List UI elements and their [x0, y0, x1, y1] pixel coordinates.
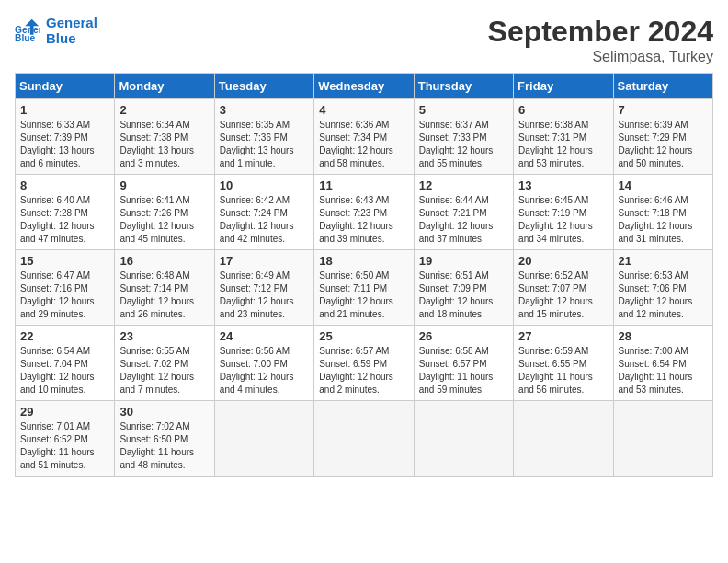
weekday-friday: Friday	[514, 74, 613, 99]
day-info: Sunrise: 6:55 AM Sunset: 7:02 PM Dayligh…	[119, 345, 209, 396]
day-info: Sunrise: 6:50 AM Sunset: 7:11 PM Dayligh…	[319, 270, 408, 321]
day-number: 1	[20, 103, 109, 117]
day-info: Sunrise: 6:53 AM Sunset: 7:06 PM Dayligh…	[619, 270, 708, 321]
day-number: 13	[518, 178, 608, 192]
calendar-cell: 11 Sunrise: 6:43 AM Sunset: 7:23 PM Dayl…	[314, 175, 414, 250]
day-number: 11	[319, 178, 408, 192]
day-number: 6	[518, 103, 608, 117]
day-number: 23	[119, 329, 209, 343]
day-info: Sunrise: 7:01 AM Sunset: 6:52 PM Dayligh…	[20, 420, 109, 472]
weekday-sunday: Sunday	[16, 74, 115, 99]
weekday-header-row: SundayMondayTuesdayWednesdayThursdayFrid…	[16, 74, 713, 99]
day-info: Sunrise: 6:46 AM Sunset: 7:18 PM Dayligh…	[619, 194, 708, 246]
day-number: 5	[419, 103, 508, 117]
calendar-cell: 24 Sunrise: 6:56 AM Sunset: 7:00 PM Dayl…	[214, 326, 313, 401]
logo-text: General Blue	[46, 15, 97, 47]
weekday-wednesday: Wednesday	[314, 74, 414, 99]
weekday-tuesday: Tuesday	[214, 74, 313, 99]
day-number: 12	[419, 178, 508, 192]
calendar-cell: 8 Sunrise: 6:40 AM Sunset: 7:28 PM Dayli…	[16, 175, 115, 250]
day-info: Sunrise: 6:54 AM Sunset: 7:04 PM Dayligh…	[20, 345, 109, 396]
calendar-cell: 23 Sunrise: 6:55 AM Sunset: 7:02 PM Dayl…	[115, 326, 214, 401]
day-number: 20	[518, 254, 608, 268]
calendar-cell: 6 Sunrise: 6:38 AM Sunset: 7:31 PM Dayli…	[514, 99, 613, 175]
calendar-table: SundayMondayTuesdayWednesdayThursdayFrid…	[15, 73, 713, 477]
day-number: 29	[20, 405, 109, 419]
calendar-cell: 2 Sunrise: 6:34 AM Sunset: 7:38 PM Dayli…	[115, 99, 214, 175]
calendar-cell: 22 Sunrise: 6:54 AM Sunset: 7:04 PM Dayl…	[16, 326, 115, 401]
calendar-cell	[514, 401, 613, 477]
calendar-cell: 7 Sunrise: 6:39 AM Sunset: 7:29 PM Dayli…	[613, 99, 712, 175]
day-info: Sunrise: 6:33 AM Sunset: 7:39 PM Dayligh…	[20, 119, 109, 170]
day-info: Sunrise: 6:49 AM Sunset: 7:12 PM Dayligh…	[220, 270, 309, 321]
day-info: Sunrise: 6:39 AM Sunset: 7:29 PM Dayligh…	[619, 119, 708, 170]
calendar-cell	[214, 401, 313, 477]
day-info: Sunrise: 6:57 AM Sunset: 6:59 PM Dayligh…	[319, 345, 408, 396]
week-row-5: 29 Sunrise: 7:01 AM Sunset: 6:52 PM Dayl…	[16, 401, 713, 477]
calendar-cell: 27 Sunrise: 6:59 AM Sunset: 6:55 PM Dayl…	[514, 326, 613, 401]
week-row-3: 15 Sunrise: 6:47 AM Sunset: 7:16 PM Dayl…	[16, 250, 713, 326]
day-number: 30	[119, 405, 209, 419]
calendar-cell: 17 Sunrise: 6:49 AM Sunset: 7:12 PM Dayl…	[214, 250, 313, 326]
day-info: Sunrise: 6:43 AM Sunset: 7:23 PM Dayligh…	[319, 194, 408, 246]
day-number: 19	[419, 254, 508, 268]
day-number: 21	[619, 254, 708, 268]
page-header: General Blue General Blue September 2024…	[15, 15, 713, 65]
day-info: Sunrise: 6:40 AM Sunset: 7:28 PM Dayligh…	[20, 194, 109, 246]
calendar-cell: 12 Sunrise: 6:44 AM Sunset: 7:21 PM Dayl…	[414, 175, 513, 250]
week-row-1: 1 Sunrise: 6:33 AM Sunset: 7:39 PM Dayli…	[16, 99, 713, 175]
calendar-cell	[314, 401, 414, 477]
day-info: Sunrise: 6:48 AM Sunset: 7:14 PM Dayligh…	[119, 270, 209, 321]
day-number: 15	[20, 254, 109, 268]
day-info: Sunrise: 6:52 AM Sunset: 7:07 PM Dayligh…	[518, 270, 608, 321]
day-info: Sunrise: 6:41 AM Sunset: 7:26 PM Dayligh…	[119, 194, 209, 246]
location: Selimpasa, Turkey	[488, 49, 713, 65]
day-number: 26	[419, 329, 508, 343]
calendar-cell: 21 Sunrise: 6:53 AM Sunset: 7:06 PM Dayl…	[613, 250, 712, 326]
calendar-cell: 25 Sunrise: 6:57 AM Sunset: 6:59 PM Dayl…	[314, 326, 414, 401]
day-info: Sunrise: 6:37 AM Sunset: 7:33 PM Dayligh…	[419, 119, 508, 170]
logo-icon: General Blue	[15, 17, 40, 43]
day-number: 7	[619, 103, 708, 117]
calendar-cell: 16 Sunrise: 6:48 AM Sunset: 7:14 PM Dayl…	[115, 250, 214, 326]
day-number: 22	[20, 329, 109, 343]
calendar-cell: 13 Sunrise: 6:45 AM Sunset: 7:19 PM Dayl…	[514, 175, 613, 250]
day-number: 25	[319, 329, 408, 343]
day-number: 10	[220, 178, 309, 192]
day-info: Sunrise: 7:00 AM Sunset: 6:54 PM Dayligh…	[619, 345, 708, 396]
day-info: Sunrise: 6:59 AM Sunset: 6:55 PM Dayligh…	[518, 345, 608, 396]
day-info: Sunrise: 6:34 AM Sunset: 7:38 PM Dayligh…	[119, 119, 209, 170]
day-info: Sunrise: 6:45 AM Sunset: 7:19 PM Dayligh…	[518, 194, 608, 246]
calendar-cell: 9 Sunrise: 6:41 AM Sunset: 7:26 PM Dayli…	[115, 175, 214, 250]
day-number: 27	[518, 329, 608, 343]
day-number: 8	[20, 178, 109, 192]
calendar-cell: 30 Sunrise: 7:02 AM Sunset: 6:50 PM Dayl…	[115, 401, 214, 477]
day-number: 2	[119, 103, 209, 117]
calendar-cell: 14 Sunrise: 6:46 AM Sunset: 7:18 PM Dayl…	[613, 175, 712, 250]
title-block: September 2024 Selimpasa, Turkey	[488, 15, 713, 65]
day-info: Sunrise: 7:02 AM Sunset: 6:50 PM Dayligh…	[119, 420, 209, 472]
calendar-cell: 15 Sunrise: 6:47 AM Sunset: 7:16 PM Dayl…	[16, 250, 115, 326]
day-number: 9	[119, 178, 209, 192]
day-number: 18	[319, 254, 408, 268]
week-row-2: 8 Sunrise: 6:40 AM Sunset: 7:28 PM Dayli…	[16, 175, 713, 250]
calendar-cell: 28 Sunrise: 7:00 AM Sunset: 6:54 PM Dayl…	[613, 326, 712, 401]
calendar-cell: 19 Sunrise: 6:51 AM Sunset: 7:09 PM Dayl…	[414, 250, 513, 326]
calendar-cell: 20 Sunrise: 6:52 AM Sunset: 7:07 PM Dayl…	[514, 250, 613, 326]
calendar-cell	[414, 401, 513, 477]
day-info: Sunrise: 6:51 AM Sunset: 7:09 PM Dayligh…	[419, 270, 508, 321]
day-number: 16	[119, 254, 209, 268]
logo: General Blue General Blue	[15, 15, 97, 47]
day-info: Sunrise: 6:35 AM Sunset: 7:36 PM Dayligh…	[220, 119, 309, 170]
day-number: 4	[319, 103, 408, 117]
calendar-cell: 3 Sunrise: 6:35 AM Sunset: 7:36 PM Dayli…	[214, 99, 313, 175]
day-info: Sunrise: 6:42 AM Sunset: 7:24 PM Dayligh…	[220, 194, 309, 246]
calendar-cell: 26 Sunrise: 6:58 AM Sunset: 6:57 PM Dayl…	[414, 326, 513, 401]
day-info: Sunrise: 6:58 AM Sunset: 6:57 PM Dayligh…	[419, 345, 508, 396]
calendar-cell: 29 Sunrise: 7:01 AM Sunset: 6:52 PM Dayl…	[16, 401, 115, 477]
day-number: 24	[220, 329, 309, 343]
calendar-cell: 18 Sunrise: 6:50 AM Sunset: 7:11 PM Dayl…	[314, 250, 414, 326]
month-title: September 2024	[488, 15, 713, 49]
calendar-body: 1 Sunrise: 6:33 AM Sunset: 7:39 PM Dayli…	[16, 99, 713, 477]
weekday-thursday: Thursday	[414, 74, 513, 99]
